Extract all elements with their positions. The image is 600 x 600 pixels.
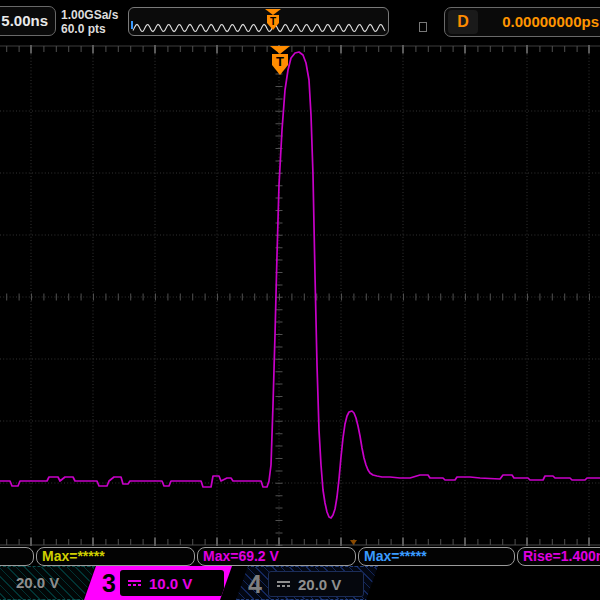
measurement-slot-2[interactable]: Max=***** bbox=[36, 547, 195, 566]
waveform-trace-ch3 bbox=[0, 52, 600, 518]
channel-4-settings: 20.0 V bbox=[268, 571, 364, 597]
channel-4-scale: 20.0 V bbox=[298, 576, 341, 593]
channel-3-settings: 10.0 V bbox=[120, 570, 224, 596]
grid-lines bbox=[0, 48, 600, 543]
channel-2-badge[interactable]: 20.0 V bbox=[0, 566, 95, 600]
sample-rate-readout: 1.00GSa/s 60.0 pts bbox=[61, 8, 118, 36]
trigger-arrow-icon bbox=[265, 9, 281, 15]
bottom-edge-marker-icon bbox=[350, 540, 357, 545]
measurement-slot-1[interactable] bbox=[0, 547, 34, 566]
delay-readout-box[interactable]: D 0.00000000ps bbox=[444, 7, 600, 37]
dc-coupling-icon bbox=[277, 581, 290, 587]
channel-status-bar: 20.0 V 3 10.0 V 4 20.0 V bbox=[0, 566, 600, 600]
channel-4-badge[interactable]: 4 20.0 V bbox=[236, 566, 378, 600]
dc-coupling-icon bbox=[128, 580, 141, 586]
preview-squiggle bbox=[133, 25, 385, 32]
trigger-position-marker[interactable]: T bbox=[270, 46, 290, 75]
trigger-letter: T bbox=[270, 16, 276, 27]
channel-position-tick bbox=[131, 21, 133, 29]
waveform-preview-strip[interactable]: T bbox=[128, 7, 389, 36]
channel-4-number: 4 bbox=[248, 569, 262, 599]
oscilloscope-screen: 5.00ns 1.00GSa/s 60.0 pts T D 0.00000000… bbox=[0, 0, 600, 600]
channel-3-number: 3 bbox=[102, 568, 116, 598]
memory-points-value: 60.0 pts bbox=[61, 22, 118, 36]
channel-3-badge[interactable]: 3 10.0 V bbox=[84, 566, 232, 600]
screen-region-icon bbox=[419, 22, 427, 32]
preview-trigger-marker[interactable]: T bbox=[265, 9, 281, 30]
measurement-slot-4[interactable]: Max=***** bbox=[358, 547, 515, 566]
top-status-bar: 5.00ns 1.00GSa/s 60.0 pts T D 0.00000000… bbox=[0, 0, 600, 45]
channel-2-scale: 20.0 V bbox=[16, 567, 95, 599]
trigger-arrow-icon bbox=[270, 46, 290, 54]
delay-indicator-label: D bbox=[448, 10, 478, 34]
axis-ticks bbox=[0, 45, 600, 546]
sample-rate-value: 1.00GSa/s bbox=[61, 8, 118, 22]
trigger-letter: T bbox=[276, 54, 284, 69]
measurement-slot-5[interactable]: Rise=1.400n bbox=[517, 547, 600, 566]
measurement-slot-3[interactable]: Max=69.2 V bbox=[197, 547, 356, 566]
channel-3-scale: 10.0 V bbox=[149, 575, 192, 592]
delay-value: 0.00000000ps bbox=[485, 8, 599, 36]
timebase-readout[interactable]: 5.00ns bbox=[0, 6, 56, 36]
graticule: T bbox=[0, 45, 600, 546]
